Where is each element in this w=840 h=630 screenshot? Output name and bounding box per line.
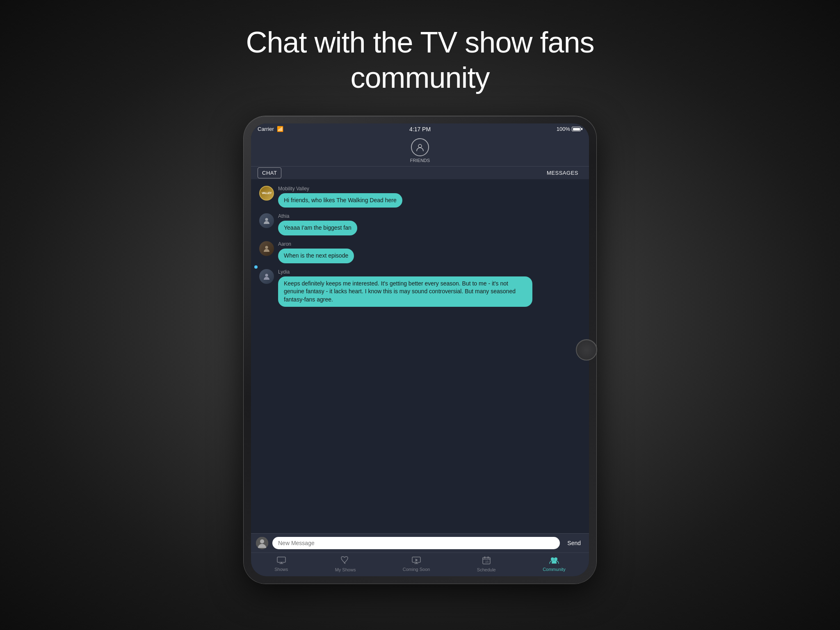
battery-pct-label: 100% <box>557 126 570 132</box>
tab-coming-soon[interactable]: Coming Soon <box>403 557 430 572</box>
svg-point-5 <box>260 539 264 543</box>
friends-label: FRIENDS <box>410 158 430 163</box>
shows-icon <box>277 557 286 565</box>
status-bar: Carrier 📶 4:17 PM 100% <box>251 123 589 135</box>
carrier-label: Carrier <box>258 126 274 132</box>
svg-point-12 <box>554 557 557 561</box>
friends-avatar-icon <box>411 138 429 156</box>
message-group: Athia Yeaaa I'am the biggest fan <box>259 213 581 235</box>
tab-schedule[interactable]: 15 Schedule <box>477 556 496 572</box>
svg-point-2 <box>265 246 268 249</box>
svg-point-11 <box>551 557 554 561</box>
avatar <box>259 269 274 284</box>
battery-icon <box>572 127 582 131</box>
message-input[interactable] <box>272 537 560 549</box>
header-nav: CHAT MESSAGES <box>251 166 589 179</box>
message-bubble: Hi friends, who likes The Walking Dead h… <box>278 193 402 208</box>
schedule-icon: 15 <box>482 556 491 566</box>
ipad-frame: Carrier 📶 4:17 PM 100% <box>244 116 596 584</box>
chat-area: VALLEY Mobility Valley Hi friends, who l… <box>251 179 589 533</box>
svg-rect-6 <box>277 557 285 562</box>
svg-marker-8 <box>415 559 418 562</box>
wifi-icon: 📶 <box>277 126 283 132</box>
app-screen: Carrier 📶 4:17 PM 100% <box>251 123 589 576</box>
message-group: VALLEY Mobility Valley Hi friends, who l… <box>259 186 581 208</box>
message-content: Athia Yeaaa I'am the biggest fan <box>278 213 357 235</box>
coming-soon-icon <box>412 557 421 565</box>
page-title: Chat with the TV show fans community <box>246 25 594 96</box>
app-header: FRIENDS CHAT MESSAGES <box>251 135 589 179</box>
tab-schedule-label: Schedule <box>477 567 496 572</box>
avatar: VALLEY <box>259 186 274 201</box>
tab-community[interactable]: Community <box>543 557 566 572</box>
sender-name: Mobility Valley <box>278 186 402 192</box>
notification-dot <box>254 265 258 269</box>
tab-shows-label: Shows <box>274 567 288 572</box>
tab-shows[interactable]: Shows <box>274 557 288 572</box>
avatar <box>259 213 274 228</box>
message-content: Lydia Keeps definitely keeps me interest… <box>278 269 532 307</box>
send-button[interactable]: Send <box>564 538 584 548</box>
message-bubble: When is the next episode <box>278 249 354 263</box>
chat-nav-btn[interactable]: CHAT <box>258 167 281 178</box>
message-group: Lydia Keeps definitely keeps me interest… <box>259 269 581 307</box>
svg-point-3 <box>265 274 268 276</box>
input-avatar <box>256 537 268 549</box>
message-input-bar: Send <box>251 533 589 552</box>
tab-coming-soon-label: Coming Soon <box>403 567 430 572</box>
message-group: Aaron When is the next episode <box>259 241 581 263</box>
svg-text:15: 15 <box>485 560 488 563</box>
tab-bar: Shows My Shows <box>251 552 589 576</box>
ipad-screen: Carrier 📶 4:17 PM 100% <box>251 123 589 576</box>
sender-name: Aaron <box>278 241 354 247</box>
my-shows-icon <box>341 556 350 566</box>
messages-nav-btn[interactable]: MESSAGES <box>543 167 582 179</box>
message-bubble bubble-lydia: Keeps definitely keeps me interested. It… <box>278 276 532 307</box>
message-content: Aaron When is the next episode <box>278 241 354 263</box>
tab-my-shows[interactable]: My Shows <box>335 556 356 572</box>
message-content: Mobility Valley Hi friends, who likes Th… <box>278 186 402 208</box>
tab-my-shows-label: My Shows <box>335 567 356 572</box>
svg-point-1 <box>265 218 268 221</box>
home-button[interactable] <box>576 339 597 361</box>
community-icon <box>549 557 559 565</box>
time-label: 4:17 PM <box>409 126 431 132</box>
svg-point-0 <box>418 144 422 148</box>
message-bubble: Yeaaa I'am the biggest fan <box>278 221 357 235</box>
tab-community-label: Community <box>543 567 566 572</box>
avatar <box>259 241 274 256</box>
sender-name: Athia <box>278 213 357 219</box>
sender-name: Lydia <box>278 269 532 275</box>
